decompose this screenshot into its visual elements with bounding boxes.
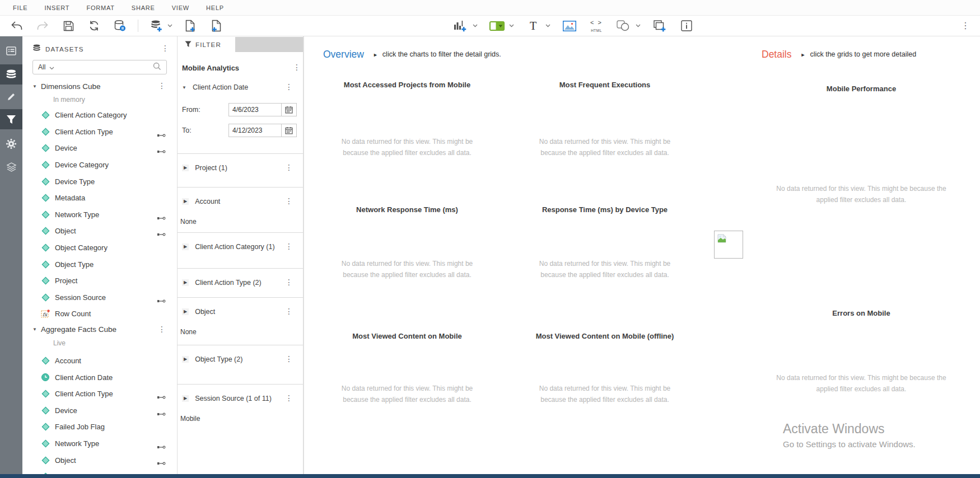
shape-chevron-icon[interactable] [636, 24, 641, 27]
collapse-triangle-icon[interactable]: ▼ [32, 84, 37, 89]
search-icon[interactable] [153, 62, 161, 73]
filter-section[interactable]: ▶Object Type (2)⋮ [178, 345, 303, 364]
filter-section[interactable]: ▶Project (1)⋮ [178, 153, 303, 173]
chapter-kebab-icon[interactable]: ⋮ [293, 63, 301, 71]
toolbar-more-kebab-icon[interactable]: ⋮ [961, 21, 970, 30]
add-chapter-button[interactable] [208, 18, 224, 34]
dataset-item[interactable]: Failed Job Flag [22, 419, 177, 435]
expand-triangle-icon[interactable]: ▶ [182, 243, 189, 250]
format-panel-button[interactable] [0, 87, 22, 107]
text-chevron-icon[interactable] [545, 24, 550, 27]
add-page-button[interactable] [183, 18, 198, 34]
expand-triangle-icon[interactable]: ▶ [182, 395, 189, 402]
kebab-menu-icon[interactable]: ⋮ [285, 242, 293, 250]
dataset-item[interactable]: Network Type [22, 207, 177, 223]
contents-panel-button[interactable] [0, 41, 22, 61]
dataset-cube-header[interactable]: ▼Aggregate Facts Cube⋮ [22, 322, 177, 337]
expand-triangle-icon[interactable]: ▶ [182, 356, 189, 363]
menu-format[interactable]: FORMAT [86, 4, 114, 11]
add-information-window-button[interactable] [679, 18, 694, 34]
add-shape-button[interactable] [615, 18, 631, 34]
add-panel-stack-button[interactable] [652, 18, 668, 34]
add-selector-button[interactable] [489, 18, 505, 34]
filter-section[interactable]: ▶Client Action Type (2)⋮ [178, 268, 303, 288]
collapse-triangle-icon[interactable]: ▼ [32, 327, 37, 332]
kebab-menu-icon[interactable]: ⋮ [285, 307, 293, 315]
dataset-item[interactable]: Client Action Type [22, 386, 177, 402]
dataset-item[interactable]: fxRow Count [22, 306, 177, 322]
dataset-item[interactable]: Device Category [22, 157, 177, 174]
kebab-menu-icon[interactable]: ⋮ [158, 325, 166, 333]
filter-to-input[interactable] [228, 124, 281, 137]
collapse-triangle-icon[interactable]: ▼ [182, 85, 186, 90]
expand-triangle-icon[interactable]: ▶ [182, 165, 189, 171]
layers-panel-button[interactable] [0, 157, 22, 177]
dataset-item[interactable]: Project [22, 273, 177, 289]
filter-section[interactable]: ▶Object⋮None [178, 297, 303, 336]
dataset-item[interactable]: Client Action Category [22, 107, 177, 124]
menu-file[interactable]: FILE [13, 4, 27, 11]
dataset-item[interactable]: Network Type [22, 435, 177, 452]
add-text-button[interactable]: T [525, 18, 541, 34]
selector-chevron-icon[interactable] [509, 24, 514, 27]
filter-section-date[interactable]: ▼ Client Action Date ⋮ From: To: [178, 82, 303, 92]
kebab-menu-icon[interactable]: ⋮ [285, 197, 293, 205]
kebab-menu-icon[interactable]: ⋮ [158, 82, 166, 90]
dataset-item[interactable]: Device [22, 140, 177, 157]
broken-image-icon [717, 234, 726, 243]
dataset-item-label: Network Type [55, 210, 99, 219]
toolbar-separator [138, 20, 138, 32]
dataset-item[interactable]: Client Action Date [22, 369, 177, 386]
calendar-icon[interactable] [281, 124, 297, 137]
filter-section[interactable]: ▶Session Source (1 of 11)⋮Mobile [178, 384, 303, 423]
no-data-message: No data returned for this view. This mig… [295, 258, 519, 280]
dropdown-chevron-icon[interactable] [49, 62, 54, 72]
save-button[interactable] [60, 18, 76, 34]
menu-insert[interactable]: INSERT [44, 4, 69, 11]
filter-section[interactable]: ▶Account⋮None [178, 187, 303, 226]
filter-section[interactable]: ▶Client Action Category (1)⋮ [178, 232, 303, 252]
filter-from-input[interactable] [228, 103, 281, 116]
dataset-item[interactable]: Client Action Type [22, 124, 177, 140]
dataset-item[interactable]: Session Source [22, 289, 177, 306]
kebab-menu-icon[interactable]: ⋮ [285, 278, 293, 286]
dataset-item[interactable]: Device [22, 402, 177, 419]
settings-gear-button[interactable] [0, 134, 22, 154]
redo-button[interactable] [35, 18, 50, 34]
filter-tab[interactable]: FILTER [178, 37, 235, 52]
dataset-item-label: Failed Job Flag [55, 423, 105, 431]
dataset-item[interactable]: Object [22, 452, 177, 468]
kebab-menu-icon[interactable]: ⋮ [285, 163, 293, 171]
filter-panel-button[interactable] [0, 109, 22, 129]
refresh-button[interactable] [86, 18, 102, 34]
undo-button[interactable] [9, 18, 25, 34]
dataset-item[interactable]: Object Type [22, 256, 177, 273]
visualization-chevron-icon[interactable] [473, 24, 478, 27]
add-image-button[interactable] [562, 18, 577, 34]
dataset-item[interactable]: Account [22, 353, 177, 369]
dataset-search-box[interactable]: All [32, 60, 167, 74]
kebab-menu-icon[interactable]: ⋮ [285, 83, 293, 91]
menu-share[interactable]: SHARE [132, 4, 155, 11]
add-data-chevron-icon[interactable] [167, 24, 172, 27]
add-data-button[interactable] [148, 18, 164, 34]
kebab-menu-icon[interactable]: ⋮ [285, 355, 293, 363]
datasets-panel-button[interactable] [0, 64, 22, 85]
expand-triangle-icon[interactable]: ▶ [182, 198, 189, 205]
menu-help[interactable]: HELP [206, 4, 224, 11]
expand-triangle-icon[interactable]: ▶ [182, 308, 189, 315]
dataset-item[interactable]: Metadata [22, 190, 177, 207]
add-visualization-button[interactable] [452, 18, 468, 34]
kebab-menu-icon[interactable]: ⋮ [285, 394, 293, 402]
add-html-button[interactable]: < >HTML [589, 18, 604, 34]
calendar-icon[interactable] [281, 103, 297, 116]
datasets-kebab-icon[interactable]: ⋮ [161, 44, 169, 52]
dataset-item[interactable]: Object [22, 223, 177, 240]
dataset-cube-header[interactable]: ▼Dimensions Cube⋮ [22, 79, 177, 93]
expand-triangle-icon[interactable]: ▶ [182, 279, 189, 286]
dataset-item[interactable]: Object Category [22, 240, 177, 256]
dataset-filter-dropdown[interactable]: All [38, 63, 45, 71]
dataset-item[interactable]: Device Type [22, 173, 177, 190]
dataset-status-button[interactable] [112, 18, 128, 34]
menu-view[interactable]: VIEW [172, 4, 189, 11]
